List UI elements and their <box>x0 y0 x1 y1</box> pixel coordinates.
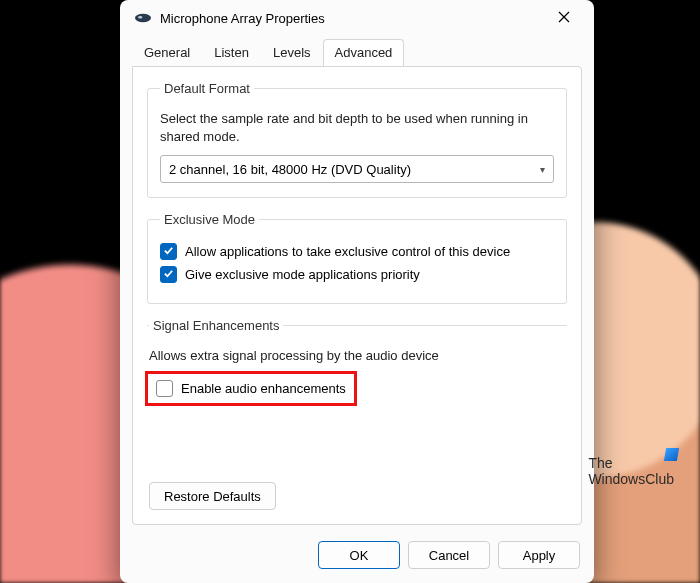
tab-levels[interactable]: Levels <box>261 39 323 66</box>
group-exclusive-mode: Exclusive Mode Allow applications to tak… <box>147 212 567 304</box>
default-format-description: Select the sample rate and bit depth to … <box>160 110 554 145</box>
dialog-footer: OK Cancel Apply <box>120 533 594 583</box>
check-icon <box>163 244 174 259</box>
group-default-format: Default Format Select the sample rate an… <box>147 81 567 198</box>
checkbox-enable-enhancements[interactable] <box>156 380 173 397</box>
tab-advanced[interactable]: Advanced <box>323 39 405 66</box>
group-legend: Default Format <box>160 81 254 96</box>
ok-button[interactable]: OK <box>318 541 400 569</box>
restore-defaults-button[interactable]: Restore Defaults <box>149 482 276 510</box>
microphone-icon <box>134 11 152 25</box>
cancel-button[interactable]: Cancel <box>408 541 490 569</box>
group-legend: Exclusive Mode <box>160 212 259 227</box>
signal-description: Allows extra signal processing by the au… <box>149 347 565 365</box>
highlight-annotation: Enable audio enhancements <box>145 371 357 406</box>
apply-button[interactable]: Apply <box>498 541 580 569</box>
tab-listen[interactable]: Listen <box>202 39 261 66</box>
close-icon <box>558 11 570 26</box>
checkbox-label: Allow applications to take exclusive con… <box>185 244 510 259</box>
button-label: OK <box>350 548 369 563</box>
select-value: 2 channel, 16 bit, 48000 Hz (DVD Quality… <box>169 162 411 177</box>
chevron-down-icon: ▾ <box>540 164 545 175</box>
tab-panel-advanced: Default Format Select the sample rate an… <box>132 66 582 525</box>
sample-rate-select[interactable]: 2 channel, 16 bit, 48000 Hz (DVD Quality… <box>160 155 554 183</box>
check-icon <box>163 267 174 282</box>
tab-strip: General Listen Levels Advanced <box>120 38 594 66</box>
tab-general[interactable]: General <box>132 39 202 66</box>
close-button[interactable] <box>542 3 586 33</box>
properties-dialog: Microphone Array Properties General List… <box>120 0 594 583</box>
checkbox-label: Give exclusive mode applications priorit… <box>185 267 420 282</box>
group-signal-enhancements: Signal Enhancements Allows extra signal … <box>147 318 567 420</box>
svg-point-0 <box>135 14 151 22</box>
button-label: Apply <box>523 548 556 563</box>
window-title: Microphone Array Properties <box>160 11 542 26</box>
group-legend: Signal Enhancements <box>149 318 283 333</box>
titlebar: Microphone Array Properties <box>120 0 594 36</box>
checkbox-allow-exclusive[interactable] <box>160 243 177 260</box>
checkbox-label: Enable audio enhancements <box>181 381 346 396</box>
checkbox-exclusive-priority[interactable] <box>160 266 177 283</box>
button-label: Restore Defaults <box>164 489 261 504</box>
button-label: Cancel <box>429 548 469 563</box>
svg-point-1 <box>138 16 142 19</box>
